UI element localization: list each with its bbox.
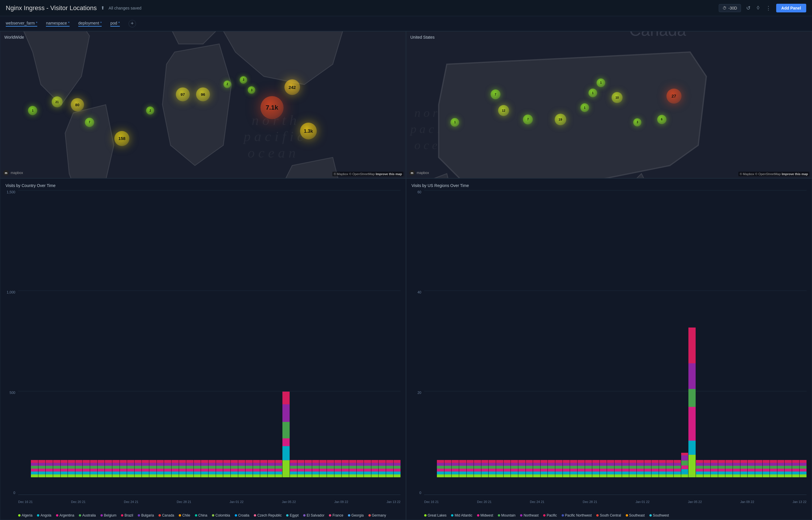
bar-segment bbox=[46, 460, 53, 463]
bar-segment bbox=[268, 466, 275, 469]
bar-segment bbox=[231, 471, 238, 474]
bar-segment bbox=[157, 466, 164, 469]
bar-segment bbox=[704, 463, 711, 466]
improve-map-link[interactable]: Improve this map bbox=[376, 172, 402, 176]
bar-segment bbox=[327, 460, 334, 463]
bar-segment bbox=[356, 474, 364, 477]
bar-column bbox=[179, 190, 186, 477]
time-range-picker[interactable]: ⏱ -30D bbox=[719, 4, 741, 12]
bar-segment bbox=[740, 471, 747, 474]
bar-segment bbox=[46, 469, 53, 471]
us-map-area[interactable]: Canada Mexico Cuba Guatemala Costa Rica … bbox=[406, 31, 812, 178]
bar-segment bbox=[681, 469, 688, 474]
legend-label: Southwest bbox=[653, 513, 669, 517]
bar-segment bbox=[305, 463, 312, 466]
bar-segment bbox=[785, 474, 792, 477]
us-improve-map-link[interactable]: Improve this map bbox=[782, 172, 808, 176]
bar-segment bbox=[563, 466, 570, 469]
map-bubble: 1 bbox=[597, 78, 605, 87]
bar-column bbox=[120, 190, 127, 477]
bar-segment bbox=[555, 471, 563, 474]
bar-segment bbox=[105, 474, 112, 477]
bar-segment bbox=[541, 460, 548, 463]
legend-item: Chile bbox=[179, 513, 190, 517]
saved-status: All changes saved bbox=[108, 6, 142, 10]
bar-segment bbox=[319, 463, 326, 466]
bar-segment bbox=[444, 474, 452, 477]
bar-segment bbox=[474, 471, 481, 474]
more-options-button[interactable]: ⋮ bbox=[765, 4, 772, 12]
bar-segment bbox=[238, 474, 245, 477]
bar-segment bbox=[186, 460, 194, 463]
us-map-svg: Canada Mexico Cuba Guatemala Costa Rica … bbox=[406, 31, 812, 178]
bar-segment bbox=[253, 460, 260, 463]
bar-segment bbox=[238, 466, 245, 469]
bar-segment bbox=[282, 392, 290, 404]
bar-segment bbox=[725, 474, 733, 477]
add-filter-button[interactable]: + bbox=[128, 20, 136, 27]
legend-color-dot bbox=[348, 514, 350, 517]
bar-segment bbox=[364, 474, 371, 477]
bar-segment bbox=[733, 463, 740, 466]
filter-pod-label: pod bbox=[110, 21, 117, 25]
bar-segment bbox=[164, 463, 171, 466]
bar-segment bbox=[82, 466, 90, 469]
bar-segment bbox=[496, 463, 503, 466]
legend-color-dot bbox=[368, 514, 371, 517]
bar-segment bbox=[496, 471, 503, 474]
bar-segment bbox=[711, 469, 718, 471]
bar-segment bbox=[275, 474, 282, 477]
worldwide-map-area[interactable]: n o r t h p a c i f i c o c e a n 121807… bbox=[0, 31, 406, 178]
bar-segment bbox=[622, 474, 629, 477]
filter-webserver-farm[interactable]: webserver_farm * bbox=[6, 21, 37, 27]
bar-segment bbox=[570, 466, 577, 469]
bar-column bbox=[31, 190, 38, 477]
bar-segment bbox=[68, 471, 75, 474]
bar-segment bbox=[82, 460, 90, 463]
bar-segment bbox=[629, 460, 636, 463]
filter-pod[interactable]: pod * bbox=[110, 21, 120, 27]
bar-segment bbox=[614, 474, 622, 477]
map-bubble: 1 bbox=[450, 118, 459, 127]
share-icon[interactable]: ⬆ bbox=[101, 5, 104, 11]
map-bubble: 2 bbox=[146, 106, 154, 114]
bar-segment bbox=[245, 471, 253, 474]
filter-icon-button[interactable]: ◊ bbox=[756, 4, 761, 12]
bar-segment bbox=[763, 469, 770, 471]
bar-segment bbox=[696, 460, 703, 463]
bar-segment bbox=[378, 460, 386, 463]
legend-item: Mid Atlantic bbox=[451, 513, 472, 517]
bar-segment bbox=[142, 469, 149, 471]
bar-segment bbox=[75, 469, 82, 471]
bar-segment bbox=[503, 463, 511, 466]
bar-segment bbox=[526, 460, 533, 463]
bar-segment bbox=[747, 471, 755, 474]
bar-segment bbox=[134, 471, 142, 474]
bar-segment bbox=[770, 474, 777, 477]
refresh-button[interactable]: ↺ bbox=[745, 4, 752, 12]
bar-segment bbox=[53, 466, 60, 469]
bar-segment bbox=[622, 463, 629, 466]
filter-deployment[interactable]: deployment * bbox=[78, 21, 102, 27]
bar-segment bbox=[489, 474, 496, 477]
legend-label: Northeast bbox=[523, 513, 539, 517]
bar-segment bbox=[157, 474, 164, 477]
bar-segment bbox=[53, 463, 60, 466]
bar-column bbox=[186, 190, 194, 477]
header: Nginx Ingress - Visitor Locations ⬆ All … bbox=[0, 0, 812, 16]
filter-namespace[interactable]: namespace * bbox=[46, 21, 69, 27]
bar-segment bbox=[327, 471, 334, 474]
bar-column bbox=[142, 190, 149, 477]
bar-segment bbox=[253, 469, 260, 471]
bar-segment bbox=[335, 463, 342, 466]
legend-item: Australia bbox=[79, 513, 96, 517]
bar-segment bbox=[533, 460, 540, 463]
bar-column bbox=[82, 190, 90, 477]
bar-segment bbox=[607, 474, 614, 477]
add-panel-button[interactable]: Add Panel bbox=[776, 4, 806, 12]
bar-segment bbox=[60, 469, 68, 471]
bar-segment bbox=[319, 466, 326, 469]
bar-segment bbox=[46, 474, 53, 477]
bar-segment bbox=[577, 460, 585, 463]
bar-segment bbox=[157, 469, 164, 471]
